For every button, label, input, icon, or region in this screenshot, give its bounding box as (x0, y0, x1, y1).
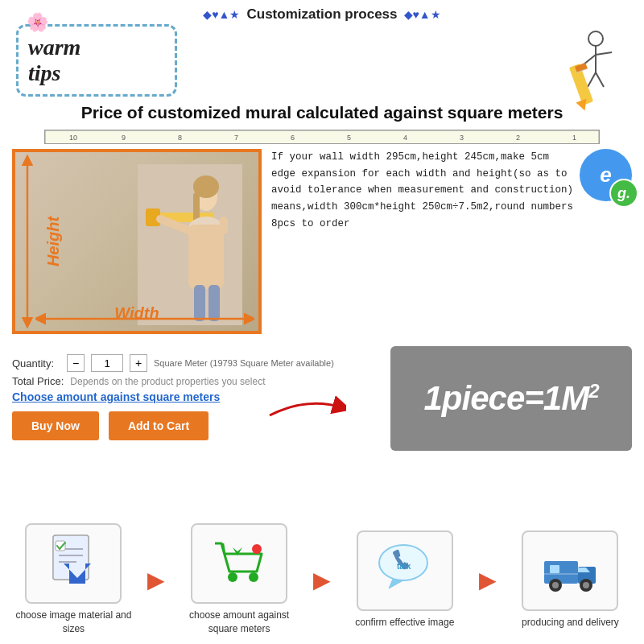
total-price-label: Total Price: (12, 375, 64, 387)
step-4-item: producing and delivery (510, 530, 630, 630)
svg-text:10: 10 (69, 134, 77, 142)
warm-tips-box: 🌸 warm tips (16, 24, 177, 97)
process-steps-row: choose image material and sizes ▶ choose… (8, 523, 636, 636)
quantity-input[interactable] (91, 354, 123, 372)
header-title: Customization process (246, 6, 397, 23)
eg-badge: e g. (580, 149, 632, 201)
svg-text:1: 1 (572, 134, 576, 142)
ruler-bar: // ticks drawn below in separate SVG app… (44, 126, 600, 144)
svg-rect-46 (544, 561, 578, 584)
step-3-item: talk confirm effective image (345, 530, 465, 630)
svg-text:9: 9 (122, 134, 126, 142)
svg-point-0 (588, 31, 603, 46)
svg-text:4: 4 (403, 134, 407, 142)
quantity-info: Square Meter (19793 Square Meter availab… (154, 358, 334, 368)
piece-equals-badge: 1piece=1M2 (390, 346, 632, 451)
description-box: e g. If your wall width 295cm,height 245… (271, 149, 632, 334)
content-row: Height (12, 149, 632, 334)
total-price-value: Depends on the product properties you se… (70, 376, 265, 387)
red-arrow-indicator (266, 393, 338, 417)
step-1-box (25, 523, 122, 604)
measurement-image: Height (12, 149, 262, 334)
height-label: Height (44, 217, 63, 266)
step-arrow-1: ▶ (147, 567, 165, 593)
svg-line-4 (588, 72, 596, 87)
description-text: If your wall width 295cm,height 245cm,ma… (271, 149, 632, 232)
flower-decoration: 🌸 (27, 12, 48, 33)
width-label: Width (114, 304, 159, 323)
svg-point-42 (249, 572, 258, 582)
header-deco-right: ◆♥▲★ (404, 8, 441, 21)
svg-point-43 (252, 544, 262, 554)
pencil-illustration (531, 24, 628, 113)
svg-point-52 (583, 582, 589, 588)
buy-now-button[interactable]: Buy Now (12, 411, 99, 440)
add-to-cart-button[interactable]: Add to Cart (109, 411, 208, 440)
svg-point-41 (228, 572, 237, 582)
svg-line-5 (596, 72, 604, 87)
svg-text:7: 7 (234, 134, 238, 142)
step-2-label: choose amount against square meters (179, 609, 299, 636)
step-4-label: producing and delivery (522, 616, 619, 630)
warm-tips-text: warm tips (28, 35, 162, 86)
step-3-box: talk (357, 530, 453, 611)
svg-rect-29 (188, 225, 224, 289)
g-badge: g. (609, 179, 638, 208)
svg-text:8: 8 (178, 134, 182, 142)
svg-text:5: 5 (347, 134, 351, 142)
header-deco-left: ◆♥▲★ (203, 8, 240, 21)
step-arrow-2: ▶ (313, 567, 331, 593)
svg-text:6: 6 (291, 134, 295, 142)
svg-line-3 (596, 52, 612, 55)
quantity-plus-button[interactable]: + (130, 354, 147, 372)
piece-text: 1piece=1M2 (424, 379, 599, 418)
svg-text:talk: talk (397, 562, 411, 571)
step-arrow-3: ▶ (479, 567, 497, 593)
svg-text:3: 3 (460, 134, 464, 142)
step-4-box (522, 530, 618, 611)
step-1-label: choose image material and sizes (13, 609, 134, 636)
svg-point-50 (552, 582, 559, 588)
quantity-minus-button[interactable]: − (67, 354, 85, 372)
page-header: ◆♥▲★ Customization process ◆♥▲★ (0, 0, 644, 24)
step-1-item: choose image material and sizes (13, 523, 134, 636)
step-2-item: choose amount against square meters (179, 523, 299, 636)
svg-text:2: 2 (516, 134, 520, 142)
main-title: Price of customized mural calculated aga… (0, 103, 644, 122)
svg-rect-53 (550, 565, 559, 573)
step-3-label: confirm effective image (355, 616, 454, 630)
step-2-box (191, 523, 287, 604)
quantity-label: Quantity: (12, 357, 60, 369)
